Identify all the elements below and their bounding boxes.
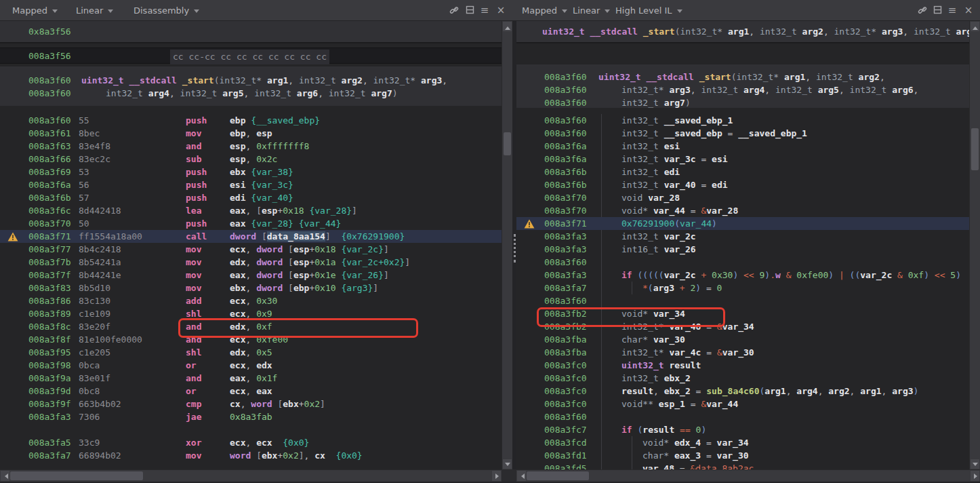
blank-row[interactable]: 008a3f60	[516, 410, 970, 423]
disasm-row[interactable]: 008a3f8683c130addecx, 0x30	[0, 294, 502, 307]
disasm-row[interactable]: 008a3f6683ec2csubesp, 0x2c	[0, 153, 502, 166]
scrollbar-thumb[interactable]	[971, 128, 979, 170]
disasm-row[interactable]: 008a3f8c83e20fandedx, 0xf	[0, 320, 502, 333]
disasm-row[interactable]: 008a3f7b8b54241amovedx, dword [esp+0x1a …	[0, 256, 502, 269]
hlil-row[interactable]: 008a3f6bint32_t edi	[516, 166, 970, 178]
code-token: uint32_t	[542, 26, 585, 37]
hlil-row[interactable]: 008a3f70void* var_44 = &var_28	[516, 204, 970, 217]
hlil-row[interactable]: 008a3f60int32_t __saved_ebp = __saved_eb…	[516, 127, 970, 140]
hlil-row[interactable]: 008a3fc0uint32_t result	[516, 359, 970, 372]
code-token: =	[691, 386, 706, 396]
left-view-menu-mapped[interactable]: Mapped	[12, 0, 58, 21]
code-token: var_34	[653, 309, 685, 319]
hlil-row[interactable]: 008a3fa3int16_t var_26	[516, 243, 970, 256]
hlil-row[interactable]: 008a3fbachar* var_30	[516, 333, 970, 346]
hlil-row[interactable]: 008a3fa7*(arg3 + 2) = 0	[516, 282, 970, 294]
right-horizontal-scrollbar[interactable]	[516, 469, 980, 482]
scroll-right-button[interactable]	[492, 471, 501, 481]
scroll-left-button[interactable]	[517, 471, 526, 481]
disasm-row[interactable]: 008a3f9f663b4b02cmpcx, word [ebx+0x2]	[0, 398, 502, 410]
right-vertical-scrollbar[interactable]	[969, 21, 980, 469]
disasm-row[interactable]: 008a3f7f8b44241emoveax, dword [esp+0x1e …	[0, 269, 502, 282]
disasm-row[interactable]: 008a3fa533c9xorecx, ecx {0x0}	[0, 436, 502, 449]
blank-row[interactable]: 008a3f60	[516, 256, 970, 269]
hex-byte-row[interactable]: 008a3f56 cc cc-cc cc cc cc cc cc cc cc .…	[0, 47, 502, 64]
disasm-row[interactable]: 008a3f7050pusheax {var_28} {var_44}	[0, 217, 502, 230]
split-icon[interactable]	[931, 4, 943, 16]
blank-row[interactable]: 008a3f60	[516, 294, 970, 307]
hlil-row[interactable]: 008a3fcdvoid* edx_4 = var_34	[516, 436, 970, 449]
code-token: ,	[882, 386, 893, 396]
disasm-row[interactable]: 008a3f980bcaorecx, edx	[0, 359, 502, 372]
hlil-row[interactable]: 008a3f6aint32_t var_3c = esi	[516, 153, 970, 166]
hlil-row[interactable]: 008a3fc0result, ebx_2 = sub_8a4c60(arg1,…	[516, 385, 970, 398]
hlil-row[interactable]: 008a3fa3int32_t var_2c	[516, 230, 970, 243]
right-view-menu-mapped[interactable]: Mapped	[522, 0, 567, 21]
hlil-row[interactable]: 008a3f6aint32_t esi	[516, 140, 970, 153]
disasm-row[interactable]: 008a3f6383e4f8andesp, 0xfffffff8	[0, 140, 502, 153]
disasm-row[interactable]: 008a3f8f81e100fe0000andecx, 0xfe00	[0, 333, 502, 346]
disasm-row[interactable]: 008a3f6c8d442418leaeax, [esp+0x18 {var_2…	[0, 204, 502, 217]
hlil-row[interactable]: 008a3f70void var_28	[516, 191, 970, 204]
signature-line[interactable]: 008a3f60int32_t arg7)	[516, 96, 970, 109]
hlil-row[interactable]: 008a3fd5var_48 = &data_8ab2ac	[516, 462, 970, 469]
link-icon[interactable]	[448, 4, 460, 16]
left-view-menu-linear[interactable]: Linear	[76, 0, 113, 21]
scroll-down-button[interactable]	[503, 459, 512, 469]
disasm-row[interactable]: 008a3f6055pushebp {__saved_ebp}	[0, 114, 502, 127]
disasm-row[interactable]: 008a3f778b4c2418movecx, dword [esp+0x18 …	[0, 243, 502, 256]
disasm-row[interactable]: 008a3f6a56pushesi {var_3c}	[0, 178, 502, 191]
disasm-row[interactable]: 008a3fa37306jae0x8a3fab	[0, 410, 502, 423]
signature-line[interactable]: 008a3f60int32_t* arg3, int32_t arg4, int…	[516, 83, 970, 96]
hlil-row[interactable]: 008a3fa3if (((((var_2c + 0x30) << 9).w &…	[516, 269, 970, 282]
right-view-menu-hlil[interactable]: High Level IL	[615, 0, 682, 21]
menu-icon[interactable]: ≡	[946, 4, 958, 16]
signature-line[interactable]: 008a3f60uint32_t __stdcall _start(int32_…	[0, 74, 502, 87]
link-icon[interactable]	[916, 4, 928, 16]
selected-token[interactable]: data_8aa154	[267, 231, 325, 242]
disasm-row[interactable]: 008a3f9a83e01fandeax, 0x1f	[0, 372, 502, 385]
hlil-row[interactable]: 008a3fbaint32_t* var_4c = &var_30	[516, 346, 970, 359]
left-vertical-scrollbar[interactable]	[502, 21, 512, 469]
scroll-down-button[interactable]	[971, 459, 979, 469]
split-icon[interactable]	[464, 4, 476, 16]
scroll-up-button[interactable]	[971, 22, 979, 31]
menu-icon[interactable]: ≡	[478, 4, 491, 16]
disasm-row[interactable]: 008a3f618becmovebp, esp	[0, 127, 502, 140]
disasm-row[interactable]: 008a3f838b5d10movebx, dword [ebp+0x10 {a…	[0, 282, 502, 294]
blank-row[interactable]	[0, 423, 502, 436]
address: 008a3fa3	[544, 269, 587, 282]
hlil-row[interactable]: 008a3f60int32_t __saved_ebp_1	[516, 114, 970, 127]
disasm-row[interactable]: 008a3fa766894b02movword [ebx+0x2], cx {0…	[0, 449, 502, 462]
hlil-row[interactable]: 008a3fd1char* eax_3 = var_30	[516, 449, 970, 462]
scrollbar-thumb[interactable]	[527, 471, 589, 480]
hlil-row[interactable]: 008a3fc7if (result == 0)	[516, 423, 970, 436]
disasm-row[interactable]: 008a3f6953pushebx {var_38}	[0, 166, 502, 178]
disasm-row[interactable]: 008a3f89c1e109shlecx, 0x9	[0, 307, 502, 320]
scroll-right-button[interactable]	[971, 471, 979, 481]
hlil-row[interactable]: 008a3fb2int32_t* var_48 = &var_34	[516, 320, 970, 333]
disasm-row[interactable]: 008a3f6b57pushedi {var_40}	[0, 191, 502, 204]
scrollbar-thumb[interactable]	[10, 471, 143, 480]
close-icon[interactable]: ×	[495, 4, 507, 16]
scroll-left-button[interactable]	[1, 471, 9, 481]
scrollbar-thumb[interactable]	[504, 132, 511, 155]
code-token: 0x1a	[314, 257, 335, 267]
scroll-up-button[interactable]	[503, 22, 512, 31]
disasm-row[interactable]: 008a3f9d0bc8orecx, eax	[0, 385, 502, 398]
hlil-row[interactable]: 008a3fc0void** esp_1 = &var_44	[516, 398, 970, 410]
signature-line[interactable]: 008a3f60int32_t arg4, int32_t arg5, int3…	[0, 87, 502, 100]
close-icon[interactable]: ×	[962, 4, 975, 16]
hlil-row[interactable]: 008a3fc0int32_t ebx_2	[516, 372, 970, 385]
signature-line[interactable]: 008a3f60uint32_t __stdcall _start(int32_…	[516, 71, 970, 83]
pane-splitter[interactable]	[512, 21, 516, 469]
disasm-row[interactable]: 008a3f71ff1554a18a00calldword [data_8aa1…	[0, 230, 502, 243]
reanalyze-icon[interactable]	[525, 27, 535, 37]
hlil-row[interactable]: 008a3fb2void* var_34	[516, 307, 970, 320]
hlil-row[interactable]: 008a3f6bint32_t var_40 = edi	[516, 178, 970, 191]
right-view-menu-linear[interactable]: Linear	[573, 0, 610, 21]
left-horizontal-scrollbar[interactable]	[0, 469, 502, 482]
left-view-menu-disassembly[interactable]: Disassembly	[134, 0, 199, 21]
hlil-row[interactable]: 008a3f710x76291900(var_44)	[516, 217, 970, 230]
disasm-row[interactable]: 008a3f95c1e205shledx, 0x5	[0, 346, 502, 359]
